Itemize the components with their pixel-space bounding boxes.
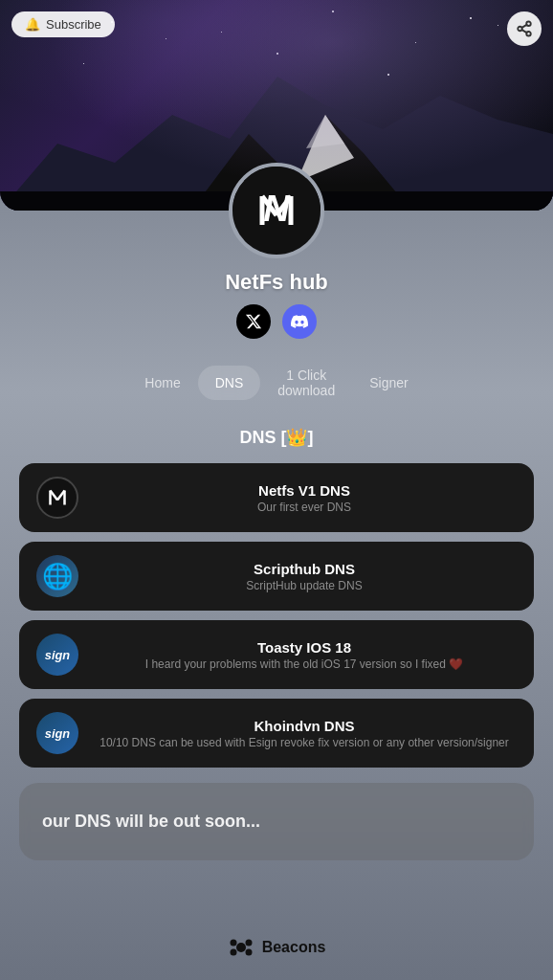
- svg-text:sign: sign: [45, 648, 70, 662]
- dns-icon-netfs: [36, 477, 78, 519]
- dns-item-toasty-title: Toasty IOS 18: [92, 639, 517, 656]
- beacons-logo-icon: [228, 934, 254, 961]
- section-title: DNS [👑]: [240, 427, 314, 448]
- share-icon: [516, 20, 533, 37]
- svg-line-8: [521, 30, 526, 33]
- svg-point-23: [245, 940, 252, 947]
- globe-icon: 🌐: [42, 562, 73, 591]
- svg-point-25: [245, 949, 252, 956]
- twitter-icon: [245, 313, 262, 330]
- dns-item-netfs-title: Netfs V1 DNS: [92, 482, 517, 499]
- svg-point-21: [236, 943, 246, 952]
- discord-icon: [291, 313, 308, 330]
- dns-item-toasty-subtitle: I heard your problems with the old iOS 1…: [92, 657, 517, 671]
- svg-point-24: [230, 949, 236, 956]
- discord-button[interactable]: [282, 304, 317, 339]
- svg-line-9: [521, 25, 526, 28]
- footer-label: Beacons: [262, 939, 326, 956]
- dns-list: Netfs V1 DNS Our first ever DNS 🌐 Script…: [19, 463, 534, 768]
- dns-item-toasty[interactable]: sign Toasty IOS 18 I heard your problems…: [19, 620, 534, 689]
- tab-1click-download[interactable]: 1 Click download: [260, 358, 352, 408]
- dns-item-scripthub[interactable]: 🌐 Scripthub DNS ScriptHub update DNS: [19, 542, 534, 611]
- dns-item-scripthub-text: Scripthub DNS ScriptHub update DNS: [92, 561, 517, 592]
- bell-icon: 🔔: [25, 17, 40, 32]
- tab-signer[interactable]: Signer: [352, 366, 425, 400]
- dns-icon-khoindvn: sign: [36, 712, 78, 754]
- nav-tabs: Home DNS 1 Click download Signer: [0, 358, 553, 408]
- subscribe-label: Subscribe: [46, 17, 101, 32]
- dns-item-scripthub-subtitle: ScriptHub update DNS: [92, 579, 517, 592]
- dns-item-khoindvn-title: Khoindvn DNS: [92, 718, 517, 734]
- avatar: N: [229, 163, 324, 258]
- subscribe-button[interactable]: 🔔 Subscribe: [11, 11, 115, 37]
- dns-item-netfs-text: Netfs V1 DNS Our first ever DNS: [92, 482, 517, 514]
- avatar-logo: N: [248, 182, 305, 239]
- tab-home[interactable]: Home: [127, 366, 197, 400]
- khoindvn-icon: sign: [42, 718, 73, 748]
- footer: Beacons: [209, 915, 345, 980]
- svg-text:sign: sign: [45, 726, 70, 741]
- dns-item-netfs-subtitle: Our first ever DNS: [92, 501, 517, 514]
- dns-item-netfs-v1[interactable]: Netfs V1 DNS Our first ever DNS: [19, 463, 534, 532]
- social-icons-container: [236, 304, 317, 339]
- svg-text:N: N: [263, 189, 291, 229]
- main-content: DNS [👑] Netfs V1 DNS Our first ever DNS …: [0, 408, 553, 889]
- coming-soon-text: our DNS will be out soon...: [42, 812, 511, 832]
- share-button[interactable]: [507, 11, 542, 46]
- dns-icon-toasty: sign: [36, 634, 78, 676]
- netfs-logo-small: [43, 483, 72, 512]
- coming-soon-box: our DNS will be out soon...: [19, 783, 534, 860]
- svg-point-22: [230, 940, 236, 947]
- dns-item-khoindvn-text: Khoindvn DNS 10/10 DNS can be used with …: [92, 718, 517, 749]
- dns-item-khoindvn[interactable]: sign Khoindvn DNS 10/10 DNS can be used …: [19, 699, 534, 768]
- dns-icon-scripthub: 🌐: [36, 555, 78, 597]
- dns-item-toasty-text: Toasty IOS 18 I heard your problems with…: [92, 639, 517, 671]
- profile-name: NetFs hub: [225, 270, 328, 295]
- twitter-button[interactable]: [236, 304, 271, 339]
- dns-item-khoindvn-subtitle: 10/10 DNS can be used with Esign revoke …: [92, 736, 517, 749]
- svg-marker-3: [306, 115, 344, 148]
- tab-dns[interactable]: DNS: [198, 366, 261, 400]
- toasty-icon: sign: [42, 639, 73, 670]
- profile-section: N NetFs hub: [225, 163, 328, 339]
- dns-item-scripthub-title: Scripthub DNS: [92, 561, 517, 577]
